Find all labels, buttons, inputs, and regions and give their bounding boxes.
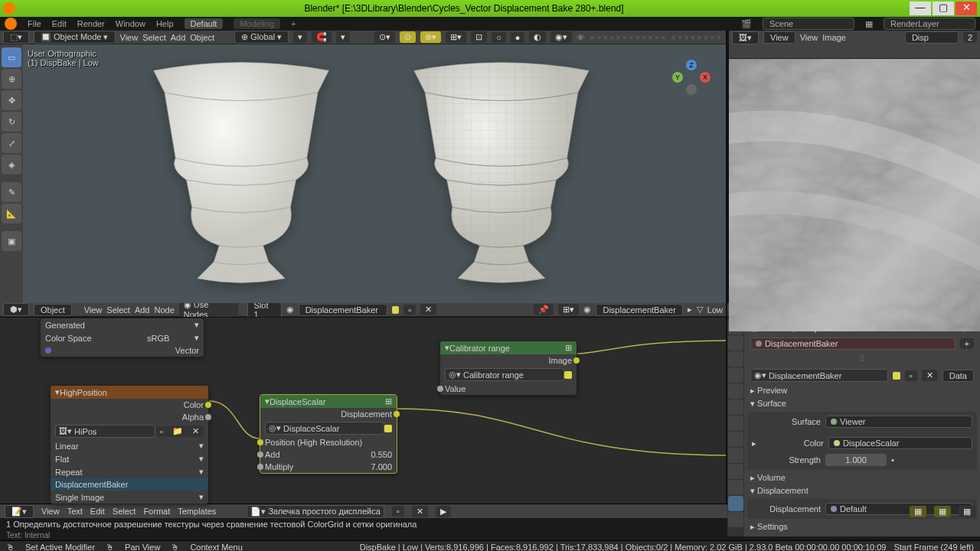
node-editor-canvas[interactable]: Generated▾ Color SpacesRGB▾ Vector ▾ Hig… (0, 317, 726, 504)
img-user-count[interactable]: 2 (963, 32, 977, 43)
workspace-default[interactable]: Default (185, 18, 224, 29)
tool-select[interactable]: ▭ (2, 47, 21, 67)
shading-solid[interactable]: ● (511, 32, 525, 43)
ptab-constraints[interactable] (728, 464, 743, 479)
material-selector[interactable]: DisplacementBaker (299, 304, 387, 316)
img-view-mode[interactable]: View (763, 31, 795, 44)
cal-options-icon[interactable]: ⊞ (565, 343, 572, 353)
node-menu-add[interactable]: Add (135, 305, 150, 315)
node-menu-view[interactable]: View (84, 305, 103, 315)
ptab-world[interactable] (728, 383, 743, 399)
slot-add-button[interactable]: + (960, 338, 974, 349)
source-single[interactable]: Single Image (55, 493, 199, 502)
txt-menu-format[interactable]: Format (143, 507, 170, 516)
menu-edit[interactable]: Edit (52, 19, 67, 28)
slot-grip[interactable]: ⠿ (747, 352, 977, 367)
ptab-physics[interactable] (728, 448, 743, 463)
node-editor-type[interactable]: ⬢▾ (3, 303, 29, 316)
txt-menu-edit[interactable]: Edit (90, 507, 105, 516)
menu-help[interactable]: Help (156, 19, 174, 28)
strength-link-icon[interactable]: • (891, 455, 894, 465)
vp-menu-view[interactable]: View (120, 33, 139, 42)
mat-fakeuser-icon[interactable] (893, 372, 900, 380)
ptab-object[interactable] (728, 399, 743, 415)
xray-toggle[interactable]: ⊡ (471, 31, 487, 43)
mat-delete-button[interactable]: ✕ (922, 370, 938, 381)
node-calibrator-range[interactable]: ▾ Calibrator range⊞ Image ◎▾ Calibrator … (439, 341, 577, 396)
tool-rotate[interactable]: ↻ (2, 112, 21, 132)
ptab-viewlayer[interactable] (728, 351, 743, 367)
axis-neg[interactable] (686, 84, 697, 95)
panel-displacement[interactable]: ▾ Displacement (747, 484, 977, 497)
workspace-modeling[interactable]: Modeling (234, 18, 280, 29)
img-colorspace-value[interactable]: sRGB (147, 334, 169, 343)
tool-cursor[interactable]: ⊕ (2, 69, 21, 89)
axis-x[interactable]: X (700, 72, 710, 83)
text-run-button[interactable]: ▶ (436, 506, 451, 517)
axis-z[interactable]: Z (686, 60, 697, 70)
panel-surface[interactable]: ▾ Surface (747, 397, 977, 410)
ptab-output[interactable] (728, 335, 743, 350)
pivot-selector[interactable]: ▾ (293, 31, 307, 43)
ptab-data[interactable] (728, 480, 743, 495)
close-button[interactable]: ✕ (956, 2, 977, 15)
overlays-toggle[interactable]: ⊞▾ (446, 31, 466, 43)
minimize-button[interactable]: — (910, 2, 931, 15)
img-menu-image[interactable]: Image (822, 33, 846, 42)
syntax-toggle-1[interactable]: ▦ (910, 506, 926, 517)
strength-value[interactable]: 1.000 (825, 454, 887, 466)
panel-preview[interactable]: ▸ Preview (747, 384, 977, 397)
ptab-texture[interactable] (728, 512, 743, 527)
renderlayer-selector[interactable]: RenderLayer (884, 18, 975, 30)
txt-menu-select[interactable]: Select (113, 507, 136, 516)
expand-icon[interactable]: ▸ (752, 439, 756, 448)
img-open-button[interactable]: 📁 (168, 425, 188, 437)
mat-link-selector[interactable]: Data (942, 370, 974, 382)
overlay-toggle[interactable]: ⊙ (400, 31, 416, 43)
panel-settings[interactable]: ▸ Settings (747, 520, 977, 533)
tool-annotate[interactable]: ✎ (2, 182, 21, 202)
backdrop-toggle[interactable]: ⊞▾ (558, 304, 579, 315)
node-image-texture[interactable]: Generated▾ Color SpacesRGB▾ Vector (40, 318, 204, 357)
menu-file[interactable]: File (28, 19, 41, 28)
shading-wireframe[interactable]: ○ (492, 32, 506, 43)
vp-menu-select[interactable]: Select (142, 33, 166, 42)
txt-menu-text[interactable]: Text (67, 507, 83, 516)
ptab-material[interactable] (728, 496, 743, 511)
text-datablock[interactable]: 📄▾ Запечка простого дисплейса (247, 505, 384, 518)
navigation-gizmo[interactable]: Z Y X (672, 60, 710, 98)
interp-linear[interactable]: Linear (55, 442, 199, 451)
syntax-toggle-3[interactable]: ▦ (959, 506, 975, 517)
3d-viewport[interactable]: User Orthographic (1) DispBake | Low Z (23, 44, 726, 303)
img-menu-view[interactable]: View (800, 33, 818, 42)
syntax-toggle-2[interactable]: ▦ (934, 506, 951, 517)
extension-repeat[interactable]: Repeat (55, 468, 199, 477)
blender-logo-icon[interactable] (5, 18, 17, 30)
multiply-value[interactable]: 7.000 (371, 462, 392, 471)
snap-options[interactable]: ▾ (336, 31, 350, 43)
material-datablock[interactable]: ◉▾ DisplacementBaker (750, 369, 888, 382)
node-highposition[interactable]: ▾ HighPosition Color Alpha 🖼▾ HiPos▫📁✕ L… (50, 385, 209, 504)
mat-copy-button[interactable]: ▫ (905, 370, 917, 381)
shading-rendered[interactable]: ◉▾ (550, 31, 572, 43)
mode-selector[interactable]: 🔲 Object Mode ▾ (34, 31, 116, 44)
img-name-field[interactable]: Disp (905, 31, 959, 44)
color-value[interactable]: DisplaceScalar (828, 437, 972, 449)
node-menu-node[interactable]: Node (154, 305, 174, 315)
fake-user-icon[interactable] (392, 306, 400, 314)
text-unlink-button[interactable]: ✕ (412, 506, 428, 517)
tool-addcube[interactable]: ▣ (2, 231, 21, 251)
img-editor-type[interactable]: 🖼▾ (732, 31, 759, 44)
projection-flat[interactable]: Flat (55, 455, 199, 464)
snap-toggle[interactable]: 🧲 (312, 31, 332, 43)
vp-menu-add[interactable]: Add (171, 33, 186, 42)
visibility-eye-icon[interactable]: 👁 (577, 33, 585, 42)
node-mode[interactable]: Object (34, 304, 72, 316)
scene-selector[interactable]: Scene (763, 18, 854, 30)
menu-window[interactable]: Window (116, 19, 145, 28)
pin-toggle[interactable]: 📌 (534, 304, 554, 315)
text-editor-type[interactable]: 📝▾ (5, 505, 34, 518)
cal-fakeuser-icon[interactable] (564, 371, 572, 379)
img-new-button[interactable]: ▫ (155, 426, 168, 437)
tool-move[interactable]: ✥ (2, 90, 21, 110)
